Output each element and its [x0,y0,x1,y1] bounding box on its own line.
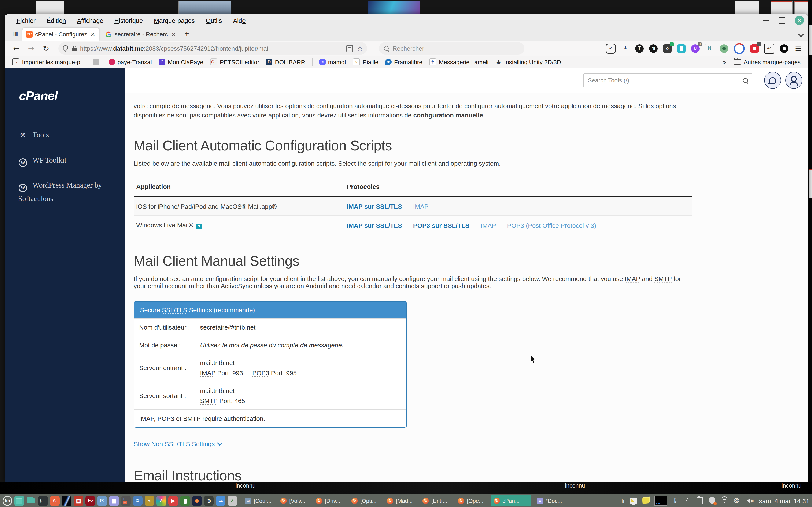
green-extension-icon[interactable] [720,44,728,53]
notion-clipper-extension-icon[interactable]: N [705,44,714,53]
bookmarks-overflow-chevron[interactable]: » [722,58,726,66]
bookmark-dolibarr[interactable]: DDOLIBARR [266,59,305,65]
search-bar[interactable]: Rechercher [379,42,525,55]
taskbar-window-doc[interactable]: ≡*Doc... [534,495,567,506]
sidebar-item-tools[interactable]: ⚒Tools [18,128,119,142]
bookmark-paye-transat[interactable]: ~paye-Transat [108,59,152,65]
reader-mode-icon[interactable] [346,45,353,52]
other-bookmarks-folder[interactable]: Autres marque-pages [734,59,801,65]
bookmark-unnamed[interactable] [93,59,102,65]
document-app-launcher[interactable] [109,496,119,506]
taskbar-window-ope[interactable]: ↻[Ope... [455,495,488,506]
puzzle-extensions-icon[interactable]: ⚯ [764,43,774,53]
firefox-view-icon[interactable]: ▥ [10,28,21,39]
mail-app-launcher[interactable]: ✉ [97,496,107,506]
tab-close-icon[interactable]: ✕ [90,31,96,38]
menu-aide[interactable]: Aide [233,17,246,24]
forward-button[interactable]: → [28,44,34,53]
lock-extension-icon[interactable] [780,44,788,53]
taskbar-window-entr[interactable]: ↻[Entr... [419,495,453,506]
bookmark-petscii-editor[interactable]: C=PETSCII editor [210,58,259,65]
x-app-launcher[interactable]: ✗ [227,496,237,506]
green-app-launcher[interactable] [180,496,190,506]
back-button[interactable]: ← [13,44,19,53]
menu-marque-pages[interactable]: Marque-pages [154,17,195,24]
cloud-app-launcher[interactable]: ☁ [216,496,225,506]
bookmark-mon-clapaye[interactable]: CMon ClaPaye [159,59,203,65]
menu-historique[interactable]: Historique [114,17,143,24]
show-non-ssl-link[interactable]: Show Non SSL/TLS Settings [134,440,808,447]
battery-icon[interactable] [684,496,692,505]
help-icon[interactable]: ? [196,224,202,229]
tools-search-input[interactable]: Search Tools (/) [583,73,752,88]
taskbar-clock[interactable]: sam. 4 mai, 14:31 [759,497,809,504]
new-tab-button[interactable]: + [185,29,189,39]
dark-reader-extension-icon[interactable]: T [635,44,644,53]
display-settings-icon[interactable] [630,496,637,505]
bookmark-ameli[interactable]: ☥Messagerie | ameli [429,58,489,65]
bookmark-mamot[interactable]: mmamot [319,59,346,65]
keyboard-layout-indicator[interactable]: fr [621,497,625,504]
wifi-icon[interactable] [721,496,728,505]
bookmark-unity-tutorial[interactable]: ⊕Installing Unity 2D/3D … [495,59,569,65]
protocol-link[interactable]: IMAP [480,222,496,229]
taskbar-window-courrier[interactable]: ✉[Cour... [242,495,275,506]
ublock-extension-icon[interactable]: o1 [663,44,672,53]
clipboard-manager-icon[interactable]: ! [696,496,704,505]
firewall-shield-icon[interactable] [708,496,716,505]
window-app-launcher[interactable] [14,496,24,506]
download-icon[interactable]: ↓ [621,45,630,52]
hamburger-menu-icon[interactable]: ☰ [794,44,802,53]
sidebar-item-wp-toolkit[interactable]: WWP Toolkit [18,154,119,167]
close-button[interactable]: ✕ [795,16,804,25]
tab-close-icon[interactable]: ✕ [170,31,177,38]
image-viewer-launcher[interactable] [62,496,71,506]
bookmark-import[interactable]: →Importer les marque-p… [12,58,86,65]
reload-button[interactable]: ↻ [43,44,49,53]
taskbar-window-volv[interactable]: ↻[Volv... [277,495,310,506]
taskbar-window-mad[interactable]: ↻[Mad... [384,495,417,506]
sticky-notes-icon[interactable] [642,496,650,505]
mint-menu-button[interactable]: lm [3,496,12,506]
gradient-app-launcher[interactable]: ∧ [156,496,166,506]
power-app-launcher[interactable]: ⌁ [145,496,154,506]
ring-extension-icon[interactable] [734,43,745,54]
sidebar-item-wp-manager[interactable]: WWordPress Manager by Softaculous [18,179,119,206]
menu-affichage[interactable]: Affichage [77,17,103,24]
volume-icon[interactable]: ))) [745,496,753,505]
tab-cpanel[interactable]: cP cPanel - Configurez ✕ [22,28,99,41]
camera-app-launcher[interactable]: ⌑ [133,496,143,506]
tab-google-search[interactable]: secretaire - Recherc ✕ [102,28,180,41]
qr-app-launcher[interactable]: ▦ [73,496,83,506]
media-app-launcher[interactable]: ▶ [168,496,178,506]
maximize-button[interactable] [778,17,785,24]
calculator-launcher[interactable]: + −= [121,496,131,506]
filezilla-launcher[interactable]: Fz [86,496,95,506]
system-monitor-widget[interactable] [654,496,667,506]
list-all-tabs-icon[interactable] [799,31,803,38]
notifications-bell-button[interactable] [764,72,781,89]
bookmark-star-icon[interactable]: ☆ [357,44,363,52]
dark-app-launcher[interactable] [192,496,202,506]
clipboard-extension-icon[interactable] [677,44,686,53]
purple-extension-icon[interactable]: ∪0 [691,44,700,53]
bookmark-framalibre[interactable]: Framalibre [385,59,422,65]
protocol-link[interactable]: IMAP sur SSL/TLS [347,222,402,229]
refresh-app-launcher[interactable]: ↻ [50,496,60,506]
bluetooth-icon[interactable]: ᛒ [672,496,679,505]
menu-fichier[interactable]: Fichier [16,17,36,24]
protocol-link[interactable]: IMAP [413,203,428,210]
bookmark-piaille[interactable]: 𝑣Piaille [353,58,378,65]
protocol-link[interactable]: POP3 (Post Office Protocol v 3) [507,222,596,229]
terminal-launcher[interactable]: $_ [38,496,48,506]
ghostery-extension-icon[interactable]: ●1 [750,44,759,53]
minimize-button[interactable] [763,20,769,21]
account-button[interactable] [785,72,802,89]
tracking-protection-shield-icon[interactable] [63,45,68,52]
chevrons-app-launcher[interactable]: ⟫⟫ [204,496,214,506]
protocol-link[interactable]: POP3 sur SSL/TLS [413,222,470,229]
shield-check-extension-icon[interactable]: ✓ [606,43,616,53]
protocol-link[interactable]: IMAP sur SSL/TLS [347,203,402,210]
ssl-lock-icon[interactable] [72,48,77,51]
shapes-extension-icon[interactable]: ◑ [649,44,658,53]
